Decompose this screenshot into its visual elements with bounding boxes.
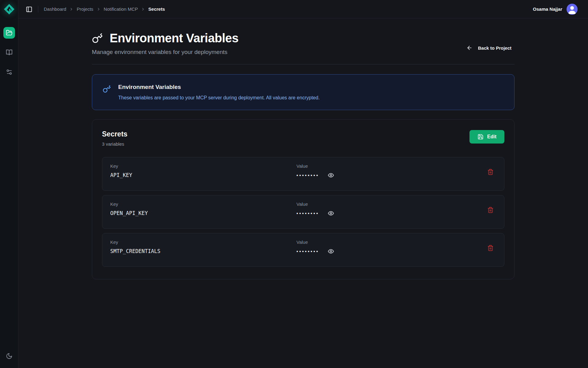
info-banner-title: Environment Variables	[118, 84, 320, 90]
topbar: Dashboard Projects Notification MCP Secr…	[18, 0, 588, 18]
masked-value: ••••••••	[296, 211, 319, 216]
masked-value: ••••••••	[296, 249, 319, 254]
page-subtitle: Manage environment variables for your de…	[92, 49, 239, 56]
edit-button[interactable]: Edit	[469, 130, 504, 144]
save-icon	[477, 134, 484, 140]
delete-secret-button[interactable]	[487, 168, 494, 176]
back-to-project-label: Back to Project	[478, 45, 511, 51]
eye-icon	[328, 172, 334, 178]
value-column: Value ••••••••	[296, 163, 335, 179]
secrets-count: 3 variables	[102, 141, 127, 147]
arrow-left-icon	[466, 45, 473, 51]
delete-secret-button[interactable]	[487, 244, 494, 252]
eye-icon	[328, 248, 334, 255]
sidebar-item-docs[interactable]	[3, 47, 15, 58]
breadcrumb-projects[interactable]: Projects	[77, 6, 93, 12]
breadcrumb-project-name[interactable]: Notification MCP	[104, 6, 138, 12]
secret-row: Key SMTP_CREDENTIALS Value ••••••••	[102, 233, 504, 267]
delete-secret-button[interactable]	[487, 206, 494, 214]
value-column: Value ••••••••	[296, 240, 335, 255]
info-banner-description: These variables are passed to your MCP s…	[118, 95, 320, 101]
settings-sliders-icon	[6, 69, 13, 75]
value-label: Value	[296, 201, 335, 207]
user-name: Osama Najjar	[533, 6, 562, 12]
chevron-right-icon	[141, 7, 145, 11]
header-divider	[92, 64, 514, 64]
eye-icon	[328, 210, 334, 217]
breadcrumb-dashboard[interactable]: Dashboard	[44, 6, 66, 12]
masked-value: ••••••••	[296, 173, 319, 178]
secrets-title: Secrets	[102, 130, 127, 138]
key-icon	[103, 85, 111, 93]
value-label: Value	[296, 163, 335, 169]
secret-row: Key OPEN_API_KEY Value ••••••••	[102, 195, 504, 229]
value-column: Value ••••••••	[296, 201, 335, 217]
trash-icon	[487, 207, 494, 213]
value-label: Value	[296, 240, 335, 245]
breadcrumb: Dashboard Projects Notification MCP Secr…	[44, 6, 165, 12]
page-title: Environment Variables	[110, 31, 239, 45]
avatar[interactable]	[567, 4, 578, 15]
main-content: Environment Variables Manage environment…	[18, 18, 588, 368]
sidebar-item-projects[interactable]	[3, 27, 15, 39]
breadcrumb-secrets: Secrets	[148, 6, 165, 12]
sidebar	[0, 0, 18, 368]
key-icon	[92, 33, 103, 44]
panel-left-icon	[26, 6, 32, 13]
chevron-right-icon	[69, 7, 74, 11]
secrets-card: Secrets 3 variables Edit Key API_KEY	[92, 119, 514, 279]
trash-icon	[487, 245, 494, 251]
moon-icon	[6, 353, 13, 359]
info-banner: Environment Variables These variables ar…	[92, 74, 514, 110]
edit-button-label: Edit	[487, 134, 496, 140]
chevron-right-icon	[96, 7, 101, 11]
app-logo[interactable]	[3, 3, 15, 15]
topbar-divider	[38, 6, 38, 13]
sidebar-toggle-button[interactable]	[24, 4, 34, 14]
secrets-list: Key API_KEY Value ••••••••	[102, 157, 504, 267]
back-to-project-button[interactable]: Back to Project	[463, 42, 514, 53]
folder-open-icon	[6, 29, 13, 36]
secret-row: Key API_KEY Value ••••••••	[102, 157, 504, 191]
page-header: Environment Variables Manage environment…	[92, 31, 514, 56]
book-open-icon	[6, 49, 13, 56]
sidebar-item-settings[interactable]	[3, 66, 15, 78]
trash-icon	[487, 169, 494, 175]
reveal-value-button[interactable]	[327, 247, 335, 255]
theme-toggle-button[interactable]	[4, 351, 14, 361]
reveal-value-button[interactable]	[327, 209, 335, 217]
reveal-value-button[interactable]	[327, 171, 335, 179]
user-icon	[567, 4, 578, 15]
app-logo-icon	[3, 3, 15, 15]
